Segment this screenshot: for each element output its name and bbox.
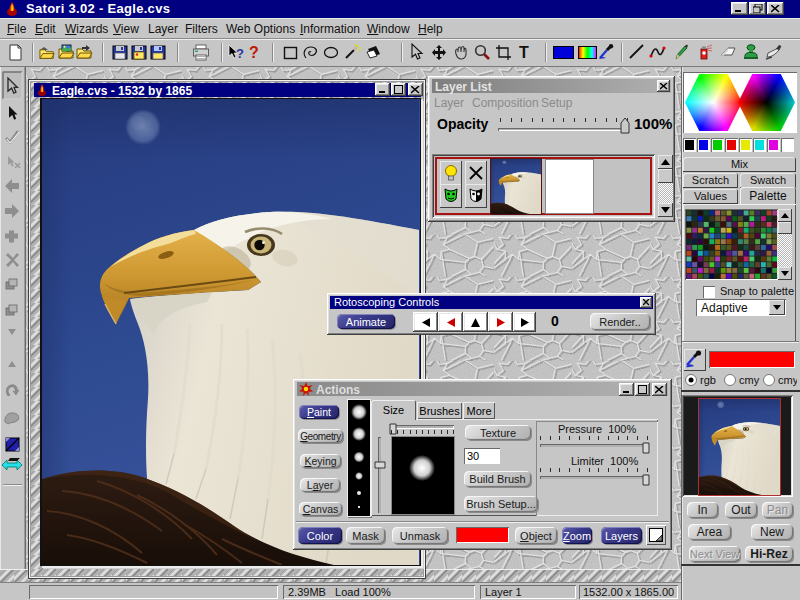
svg-text:cmyk: cmyk — [778, 374, 797, 386]
svg-text:cmy: cmy — [739, 374, 760, 386]
svg-text:?: ? — [236, 46, 244, 61]
svg-text:T: T — [519, 44, 529, 61]
svg-text:?: ? — [249, 44, 259, 61]
svg-text:rgb: rgb — [700, 374, 716, 386]
